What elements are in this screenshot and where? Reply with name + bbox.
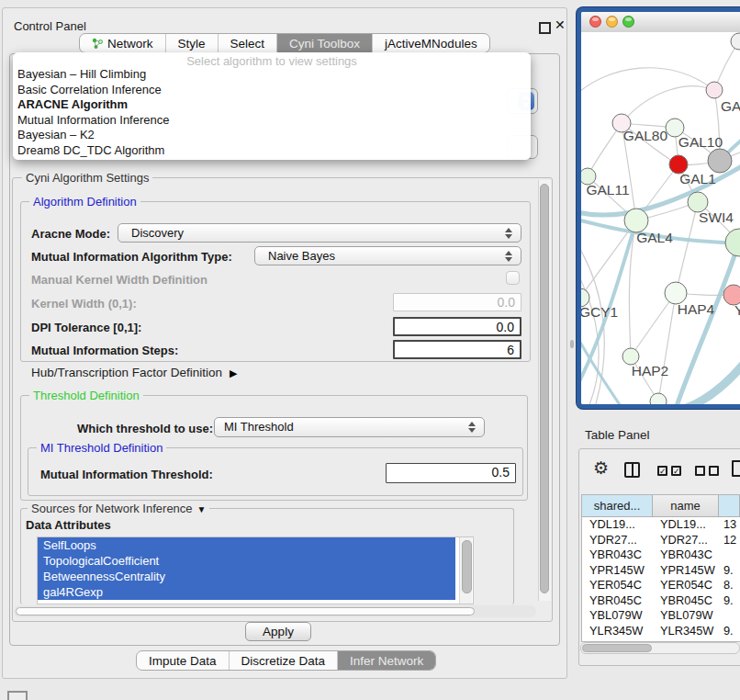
tab-label: Impute Data bbox=[149, 654, 217, 668]
algorithm-definition-title: Algorithm Definition bbox=[29, 195, 140, 209]
column-header-partial[interactable] bbox=[719, 495, 740, 517]
table-cell: 12 bbox=[719, 533, 740, 548]
network-nodes[interactable]: GALGAL80GAL10GAL1GAL11SWI4GAL4GCY1HAP4YH… bbox=[581, 33, 740, 404]
node-label: HAP4 bbox=[678, 301, 715, 317]
table-cell bbox=[719, 548, 740, 563]
which-threshold-select[interactable]: MI Threshold bbox=[214, 417, 485, 437]
apply-button[interactable]: Apply bbox=[245, 622, 311, 641]
table-row[interactable]: YBR043CYBR043C bbox=[582, 548, 740, 563]
mi-type-label: Mutual Information Algorithm Type: bbox=[31, 250, 232, 264]
float-window-icon[interactable] bbox=[539, 22, 551, 34]
document-icon[interactable] bbox=[732, 460, 740, 477]
which-threshold-value: MI Threshold bbox=[224, 420, 294, 434]
table-cell: 9. bbox=[719, 593, 740, 609]
deselect-all-icon[interactable] bbox=[709, 466, 719, 476]
network-canvas[interactable]: GALGAL80GAL10GAL1GAL11SWI4GAL4GCY1HAP4YH… bbox=[581, 32, 740, 404]
table-body: YDL19...YDL19...13YDR27...YDR27...12YBR0… bbox=[582, 517, 740, 642]
table-row[interactable]: YDR27...YDR27...12 bbox=[582, 533, 740, 548]
node-label: GCY1 bbox=[581, 304, 618, 320]
attributes-scrollbar[interactable] bbox=[459, 537, 472, 604]
algorithm-dropdown-popup: Select algorithm to view settings Bayesi… bbox=[13, 52, 531, 160]
tab-discretize-data[interactable]: Discretize Data bbox=[229, 651, 338, 670]
data-attributes-list[interactable]: SelfLoopsTopologicalCoefficientBetweenne… bbox=[37, 536, 474, 604]
gear-icon[interactable]: ⚙ bbox=[593, 459, 609, 477]
network-node-gal[interactable] bbox=[706, 82, 723, 98]
tab-network[interactable]: Network bbox=[80, 34, 165, 52]
node-label: GAL bbox=[721, 98, 740, 114]
threshold-definition-title: Threshold Definition bbox=[29, 389, 143, 402]
tab-style[interactable]: Style bbox=[165, 34, 218, 52]
attribute-item[interactable]: SelfLoops bbox=[38, 537, 455, 553]
tab-label: Network bbox=[107, 37, 153, 51]
attributes-scrollbar-thumb[interactable] bbox=[462, 540, 472, 593]
network-node[interactable] bbox=[650, 393, 667, 404]
table-row[interactable]: YBL079WYBL079W bbox=[582, 608, 740, 624]
settings-vertical-scrollbar-thumb[interactable] bbox=[540, 184, 549, 593]
network-node[interactable] bbox=[725, 229, 740, 256]
control-panel-tabs: NetworkStyleSelectCyni ToolboxjActiveMNo… bbox=[79, 33, 490, 53]
minimize-window-icon[interactable] bbox=[606, 16, 618, 28]
select-all-icon[interactable]: ✓ bbox=[671, 466, 681, 476]
attribute-item[interactable]: TopologicalCoefficient bbox=[38, 553, 455, 569]
tab-label: Infer Network bbox=[350, 654, 423, 668]
algorithm-option[interactable]: Dream8 DC_TDC Algorithm bbox=[13, 143, 531, 159]
table-row[interactable]: YLR345WYLR345W9. bbox=[582, 624, 740, 639]
column-header-name[interactable]: name bbox=[653, 495, 719, 517]
tab-label: Cyni Toolbox bbox=[289, 37, 360, 51]
bottom-tabs: Impute DataDiscretize DataInfer Network bbox=[136, 650, 436, 671]
mi-type-select[interactable]: Naive Bayes bbox=[254, 246, 521, 265]
table-horizontal-scrollbar-thumb[interactable] bbox=[582, 644, 652, 652]
dpi-tolerance-field[interactable]: 0.0 bbox=[393, 317, 521, 336]
mi-steps-label: Mutual Information Steps: bbox=[31, 344, 178, 357]
mi-threshold-definition-title: MI Threshold Definition bbox=[37, 441, 166, 455]
close-icon[interactable]: ✕ bbox=[555, 17, 566, 32]
network-graph[interactable]: GALGAL80GAL10GAL1GAL11SWI4GAL4GCY1HAP4YH… bbox=[581, 32, 740, 404]
table-cell: 13 bbox=[719, 517, 740, 533]
table-row[interactable]: YDL19...YDL19...13 bbox=[582, 517, 740, 533]
expand-arrow-icon[interactable]: ▶ bbox=[230, 367, 237, 378]
kernel-width-field[interactable]: 0.0 bbox=[393, 293, 521, 311]
manual-kernel-width-checkbox[interactable] bbox=[506, 271, 520, 285]
node-label: Y bbox=[734, 302, 740, 318]
algorithm-option[interactable]: Bayesian – K2 bbox=[13, 128, 531, 143]
tab-jactivemnodules[interactable]: jActiveMNodules bbox=[372, 34, 489, 52]
algorithm-option[interactable]: Basic Correlation Inference bbox=[13, 83, 531, 98]
hub-definition-expander[interactable]: Hub/Transcription Factor Definition▶ bbox=[31, 366, 238, 379]
combo-stepper-icon bbox=[505, 251, 513, 262]
collapse-arrow-icon[interactable]: ▼ bbox=[197, 504, 207, 514]
network-view-window[interactable]: GALGAL80GAL10GAL1GAL11SWI4GAL4GCY1HAP4YH… bbox=[577, 7, 740, 409]
which-threshold-label: Which threshold to use: bbox=[77, 422, 213, 435]
attribute-item[interactable]: gal4RGexp bbox=[38, 584, 455, 600]
settings-horizontal-scrollbar-thumb[interactable] bbox=[16, 607, 475, 615]
tab-label: Style bbox=[178, 37, 206, 51]
select-all-icon[interactable]: ✓ bbox=[657, 466, 667, 476]
columns-icon[interactable] bbox=[624, 462, 640, 478]
mi-threshold-field[interactable]: 0.5 bbox=[386, 463, 516, 483]
network-window-titlebar[interactable] bbox=[581, 12, 740, 33]
column-header-shared-name[interactable]: shared... bbox=[582, 495, 653, 517]
table-row[interactable]: YER054CYER054C8. bbox=[582, 578, 740, 593]
zoom-window-icon[interactable] bbox=[622, 16, 634, 28]
close-window-icon[interactable] bbox=[589, 16, 601, 28]
tab-cyni-toolbox[interactable]: Cyni Toolbox bbox=[276, 34, 372, 52]
algorithm-option[interactable]: ARACNE Algorithm bbox=[13, 97, 531, 113]
network-node[interactable] bbox=[731, 33, 740, 50]
attribute-item[interactable]: BetweennessCentrality bbox=[38, 569, 455, 584]
node-label: GAL1 bbox=[679, 171, 716, 186]
tab-impute-data[interactable]: Impute Data bbox=[137, 651, 229, 670]
mi-steps-field[interactable]: 6 bbox=[393, 340, 521, 359]
splitter-handle[interactable] bbox=[570, 340, 574, 348]
screen: Control Panel ✕ NetworkStyleSelectCyni T… bbox=[0, 0, 740, 700]
algorithm-option[interactable]: Mutual Information Inference bbox=[13, 113, 531, 129]
docked-panel-icon[interactable] bbox=[7, 691, 28, 700]
algorithm-option[interactable]: Bayesian – Hill Climbing bbox=[13, 67, 531, 83]
combo-stepper-icon bbox=[468, 422, 477, 433]
aracne-mode-select[interactable]: Discovery bbox=[118, 223, 521, 243]
tab-select[interactable]: Select bbox=[218, 34, 277, 52]
table-row[interactable]: YPR145WYPR145W9. bbox=[582, 563, 740, 579]
deselect-all-icon[interactable] bbox=[695, 466, 705, 476]
table-cell: YDL19... bbox=[582, 517, 653, 533]
network-node[interactable] bbox=[708, 149, 732, 173]
tab-infer-network[interactable]: Infer Network bbox=[337, 651, 435, 670]
table-row[interactable]: YBR045CYBR045C9. bbox=[582, 593, 740, 609]
